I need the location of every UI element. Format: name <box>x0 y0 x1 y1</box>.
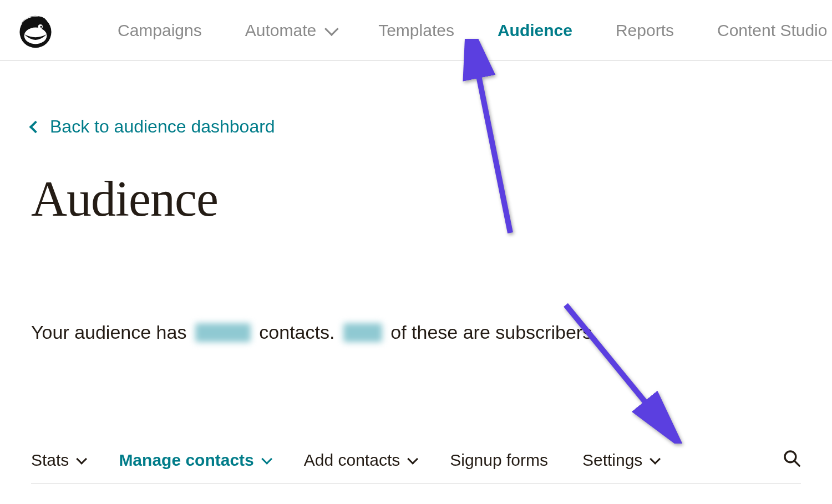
summary-mid: contacts. <box>254 322 340 343</box>
subnav-label: Settings <box>582 451 642 470</box>
nav-reports[interactable]: Reports <box>616 21 674 40</box>
subnav-manage-contacts[interactable]: Manage contacts <box>119 451 269 470</box>
subnav-label: Manage contacts <box>119 451 253 470</box>
svg-line-6 <box>795 461 800 466</box>
subnav-label: Add contacts <box>304 451 400 470</box>
redacted-subscriber-count <box>343 323 382 342</box>
chevron-down-icon <box>261 453 272 464</box>
nav-templates[interactable]: Templates <box>378 21 454 40</box>
nav-campaigns[interactable]: Campaigns <box>118 21 202 40</box>
subnav-label: Signup forms <box>450 451 548 470</box>
chevron-down-icon <box>77 453 88 464</box>
redacted-contact-count <box>195 323 251 342</box>
nav-automate[interactable]: Automate <box>245 21 335 40</box>
subnav-settings[interactable]: Settings <box>582 451 658 470</box>
svg-point-3 <box>40 26 42 27</box>
topbar: Campaigns Automate Templates Audience Re… <box>0 0 832 61</box>
chevron-down-icon <box>650 453 661 464</box>
chevron-down-icon <box>407 453 418 464</box>
back-link-label: Back to audience dashboard <box>50 116 275 137</box>
page-title: Audience <box>31 170 801 227</box>
search-button[interactable] <box>782 449 801 471</box>
nav-label: Automate <box>245 21 316 40</box>
chevron-down-icon <box>324 22 338 35</box>
chevron-left-icon <box>29 120 42 133</box>
nav-label: Content Studio <box>717 21 827 40</box>
subnav-label: Stats <box>31 451 69 470</box>
audience-subnav: Stats Manage contacts Add contacts Signu… <box>31 449 801 484</box>
freddie-icon <box>17 12 54 49</box>
back-link[interactable]: Back to audience dashboard <box>31 116 275 137</box>
primary-nav: Campaigns Automate Templates Audience Re… <box>118 21 827 40</box>
nav-label: Reports <box>616 21 674 40</box>
nav-label: Audience <box>498 21 572 40</box>
audience-summary: Your audience has contacts. of these are… <box>31 322 801 343</box>
nav-label: Templates <box>378 21 454 40</box>
nav-label: Campaigns <box>118 21 202 40</box>
svg-point-1 <box>24 27 47 44</box>
summary-suffix: of these are subscribers. <box>385 322 597 343</box>
page-content: Back to audience dashboard Audience Your… <box>0 61 832 484</box>
brand-logo[interactable] <box>17 12 54 49</box>
subnav-add-contacts[interactable]: Add contacts <box>304 451 415 470</box>
subnav-signup-forms[interactable]: Signup forms <box>450 451 548 470</box>
subnav-stats[interactable]: Stats <box>31 451 84 470</box>
nav-audience[interactable]: Audience <box>498 21 572 40</box>
nav-content-studio[interactable]: Content Studio <box>717 21 827 40</box>
summary-prefix: Your audience has <box>31 322 192 343</box>
search-icon <box>782 449 801 467</box>
